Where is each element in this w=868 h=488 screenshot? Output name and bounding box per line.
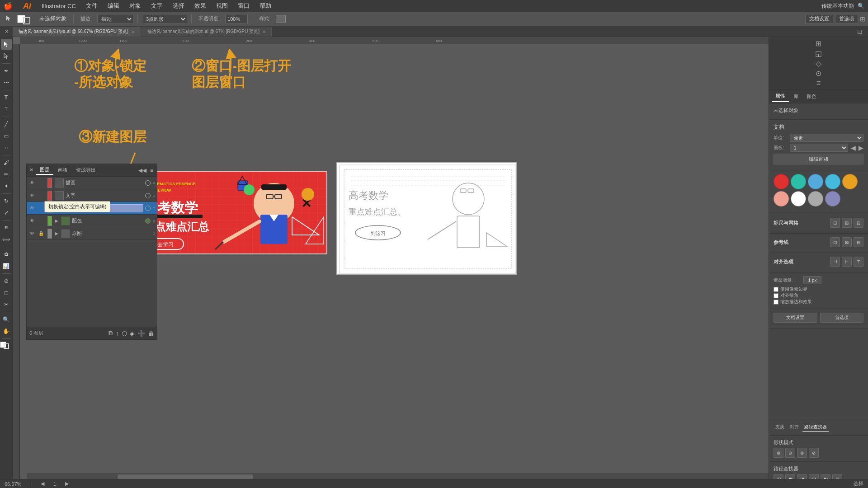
align-icon[interactable]: ≡ bbox=[814, 79, 823, 88]
stroke-box[interactable] bbox=[23, 17, 30, 24]
snap-pixel-checkbox[interactable] bbox=[774, 287, 778, 292]
ruler-icon[interactable]: ⊡ bbox=[830, 218, 840, 228]
layer-lock-draw[interactable] bbox=[38, 179, 45, 187]
layer-eye-editing[interactable]: 👁 bbox=[28, 205, 36, 212]
swatch-teal[interactable] bbox=[791, 174, 806, 189]
zoom-tool[interactable]: 🔍 bbox=[1, 314, 12, 325]
menu-file[interactable]: 文件 bbox=[81, 1, 102, 11]
layer-target-color[interactable] bbox=[145, 218, 151, 224]
edit-artboard-btn[interactable]: 编辑画板 bbox=[774, 154, 863, 164]
arrange-icon[interactable]: ⊞ bbox=[860, 15, 865, 23]
layer-row-draw[interactable]: 👁 描画 ○ bbox=[27, 177, 157, 189]
transform-tab[interactable]: 支换 bbox=[774, 423, 786, 432]
panel-collapse-btn[interactable]: ◀◀ bbox=[137, 166, 147, 174]
layer-expand-btn-2[interactable]: ▶ bbox=[55, 231, 58, 236]
layer-row-color[interactable]: 👁 ▶ 配色 ○ bbox=[27, 215, 157, 227]
panel-tab-export[interactable]: 资源导出 bbox=[72, 166, 99, 174]
warp-tool[interactable]: ≋ bbox=[1, 222, 12, 233]
shape-select[interactable]: 3点圆形 bbox=[142, 14, 187, 24]
guide-icon3[interactable]: ⊟ bbox=[854, 237, 863, 247]
opacity-input[interactable] bbox=[225, 14, 248, 24]
rp-tab-properties[interactable]: 属性 bbox=[772, 91, 789, 102]
unite-icon[interactable]: ⊕ bbox=[774, 448, 783, 458]
preferences-btn[interactable]: 首选项 bbox=[835, 14, 858, 24]
swatch-blue[interactable] bbox=[808, 174, 823, 189]
arrange-docs-icon[interactable]: ⊡ bbox=[854, 28, 866, 35]
search-icon[interactable]: 🔍 bbox=[858, 3, 864, 9]
menu-help[interactable]: 帮助 bbox=[255, 1, 276, 11]
swatch-peach[interactable] bbox=[774, 191, 789, 206]
curvature-tool[interactable]: 〜 bbox=[1, 77, 12, 88]
keyboard-value-input[interactable]: 1 px bbox=[803, 276, 821, 284]
quick-doc-settings-btn[interactable]: 文档设置 bbox=[774, 313, 817, 323]
scale-tool[interactable]: ⤢ bbox=[1, 207, 12, 218]
tab-inactive[interactable]: 描边风-banner演示稿的副本.ai @ 67% [RGB/GPU 预览] ✕ bbox=[142, 27, 272, 37]
swatch-red[interactable] bbox=[774, 174, 789, 189]
scissors-tool[interactable]: ✂ bbox=[1, 299, 12, 310]
layer-eye-color[interactable]: 👁 bbox=[28, 217, 36, 225]
layer-lock-color[interactable] bbox=[38, 217, 45, 225]
swatch-white[interactable] bbox=[791, 191, 806, 206]
rp-tab-color[interactable]: 颜色 bbox=[803, 91, 820, 102]
touch-type-tool[interactable]: T bbox=[1, 104, 12, 115]
menu-select[interactable]: 选择 bbox=[168, 1, 189, 11]
ellipse-tool[interactable]: ○ bbox=[1, 142, 12, 153]
minus-front-icon[interactable]: ⊖ bbox=[785, 448, 795, 458]
zoom-level[interactable]: 66.67% bbox=[5, 481, 21, 487]
eraser-tool[interactable]: ◻ bbox=[1, 287, 12, 298]
layer-expand-btn[interactable]: ▶ bbox=[55, 218, 58, 223]
intersect-icon[interactable]: ⊗ bbox=[797, 448, 807, 458]
line-tool[interactable]: ╱ bbox=[1, 119, 12, 130]
layer-eye-draw[interactable]: 👁 bbox=[28, 179, 36, 187]
scrollbar-thumb[interactable] bbox=[118, 474, 253, 479]
menu-effects[interactable]: 效果 bbox=[190, 1, 211, 11]
menu-text[interactable]: 文字 bbox=[146, 1, 167, 11]
layer-lock-editing[interactable] bbox=[38, 205, 45, 212]
align-center-icon[interactable]: ⊢ bbox=[842, 257, 852, 267]
width-tool[interactable]: ⟺ bbox=[1, 234, 12, 245]
swatch-gray[interactable] bbox=[808, 191, 823, 206]
pencil-tool[interactable]: ✏ bbox=[1, 169, 12, 180]
layer-lock-original[interactable]: 🔒 bbox=[38, 230, 45, 237]
shaper-tool[interactable]: ✦ bbox=[1, 181, 12, 192]
align-left-icon[interactable]: ⊣ bbox=[830, 257, 840, 267]
layer-target-editing[interactable] bbox=[145, 206, 151, 211]
statusbar-nav-prev[interactable]: ◀ bbox=[41, 481, 44, 487]
close-panel-btn[interactable]: ✕ bbox=[2, 28, 12, 35]
apple-menu[interactable]: 🍎 bbox=[4, 2, 13, 10]
layer-eye-text[interactable]: 👁 bbox=[28, 192, 36, 199]
snap-corners-checkbox[interactable] bbox=[774, 293, 778, 298]
appearance-icon[interactable]: ◇ bbox=[814, 59, 823, 68]
type-tool[interactable]: T bbox=[1, 92, 12, 103]
tab-close-1[interactable]: ✕ bbox=[131, 29, 135, 34]
menu-window[interactable]: 窗口 bbox=[233, 1, 254, 11]
tab-close-2[interactable]: ✕ bbox=[262, 29, 266, 34]
rotate-tool[interactable]: ↻ bbox=[1, 196, 12, 206]
column-graph-tool[interactable]: 📊 bbox=[1, 261, 12, 272]
layer-target-draw[interactable] bbox=[145, 180, 151, 186]
menu-view[interactable]: 视图 bbox=[212, 1, 232, 11]
panel-tab-layers[interactable]: 图层 bbox=[36, 165, 53, 175]
symbol-tool[interactable]: ✿ bbox=[1, 249, 12, 260]
rp-tab-library[interactable]: 库 bbox=[790, 91, 802, 102]
panel-close-btn[interactable]: ✕ bbox=[29, 167, 33, 173]
panel-tab-artboards[interactable]: 画板 bbox=[54, 166, 71, 174]
page-prev-btn[interactable]: ◀ bbox=[851, 144, 856, 151]
statusbar-nav-next[interactable]: ▶ bbox=[65, 481, 69, 487]
new-layer-btn[interactable]: ➕ bbox=[137, 330, 145, 337]
selection-tool[interactable] bbox=[1, 39, 12, 50]
style-preview[interactable] bbox=[276, 15, 286, 23]
menu-edit[interactable]: 编辑 bbox=[103, 1, 124, 11]
panel-menu-btn[interactable]: ≡ bbox=[149, 166, 154, 174]
align-right-icon[interactable]: ⊤ bbox=[854, 257, 863, 267]
guide-icon2[interactable]: ⊠ bbox=[842, 237, 852, 247]
paintbrush-tool[interactable]: 🖌 bbox=[1, 157, 12, 168]
stroke-select[interactable]: 描边: bbox=[97, 14, 133, 24]
collect-in-layer-btn[interactable]: ⬡ bbox=[122, 330, 127, 337]
pen-tool[interactable]: ✒ bbox=[1, 66, 12, 76]
make-sublayer-btn[interactable]: ⧉ bbox=[108, 329, 113, 337]
doc-settings-btn[interactable]: 文档设置 bbox=[805, 14, 833, 24]
layer-target-text[interactable] bbox=[145, 193, 151, 198]
swatch-orange[interactable] bbox=[842, 174, 858, 189]
layer-icon-rp[interactable]: ⊙ bbox=[814, 69, 823, 78]
